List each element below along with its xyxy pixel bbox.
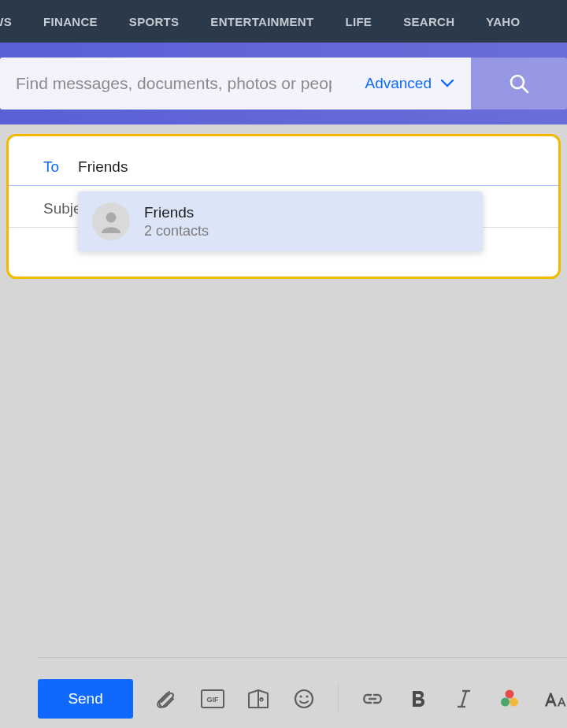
svg-line-1: [522, 87, 528, 92]
chevron-down-icon: [441, 80, 454, 87]
svg-point-12: [506, 689, 514, 698]
nav-item-yahoo[interactable]: YAHO: [486, 15, 520, 28]
svg-point-14: [510, 697, 518, 706]
advanced-label: Advanced: [365, 75, 432, 92]
card-icon[interactable]: [246, 687, 270, 711]
svg-line-11: [461, 691, 466, 707]
italic-icon[interactable]: [452, 687, 476, 711]
compose-body-area[interactable]: [0, 280, 567, 670]
attachment-icon[interactable]: [155, 687, 179, 711]
nav-item-life[interactable]: LIFE: [345, 15, 372, 28]
svg-point-13: [501, 697, 510, 706]
svg-text:GIF: GIF: [207, 696, 220, 704]
toolbar-icons-left: GIF: [155, 687, 316, 711]
font-size-icon[interactable]: [543, 687, 567, 711]
search-icon: [508, 72, 530, 95]
contact-suggestion[interactable]: Friends 2 contacts: [78, 191, 483, 251]
compose-panel: To Friends Subje Friends 2 contacts: [6, 134, 561, 279]
suggestion-text: Friends 2 contacts: [144, 203, 209, 240]
to-field-row[interactable]: To Friends: [9, 158, 558, 186]
svg-point-7: [300, 695, 302, 697]
nav-item-sports[interactable]: SPORTS: [129, 15, 179, 28]
compose-toolbar: Send GIF: [38, 657, 567, 728]
suggestion-title: Friends: [144, 203, 209, 222]
search-button[interactable]: [471, 58, 567, 110]
to-label: To: [43, 158, 59, 176]
toolbar-icons-right: [361, 687, 567, 711]
link-icon[interactable]: [361, 687, 384, 711]
avatar: [92, 202, 130, 240]
nav-item-entertainment[interactable]: ENTERTAINMENT: [210, 15, 313, 28]
advanced-search-toggle[interactable]: Advanced: [347, 58, 471, 110]
nav-item-news[interactable]: EWS: [0, 15, 12, 28]
suggestion-subtitle: 2 contacts: [144, 222, 209, 240]
to-value: Friends: [78, 158, 128, 176]
toolbar-separator: [338, 684, 339, 714]
subject-label: Subje: [43, 200, 82, 217]
emoji-icon[interactable]: [292, 687, 316, 711]
search-input[interactable]: [0, 58, 347, 110]
color-icon[interactable]: [498, 687, 521, 711]
nav-item-finance[interactable]: FINANCE: [43, 15, 98, 28]
send-button[interactable]: Send: [38, 679, 133, 719]
nav-item-search[interactable]: SEARCH: [403, 15, 454, 28]
svg-point-8: [306, 695, 309, 697]
svg-point-2: [106, 213, 117, 223]
person-icon: [98, 208, 124, 235]
bold-icon[interactable]: [406, 687, 430, 711]
search-bar: Advanced: [0, 43, 567, 124]
svg-point-6: [295, 690, 313, 708]
gif-icon[interactable]: GIF: [201, 687, 224, 711]
top-navbar: EWS FINANCE SPORTS ENTERTAINMENT LIFE SE…: [0, 0, 567, 43]
